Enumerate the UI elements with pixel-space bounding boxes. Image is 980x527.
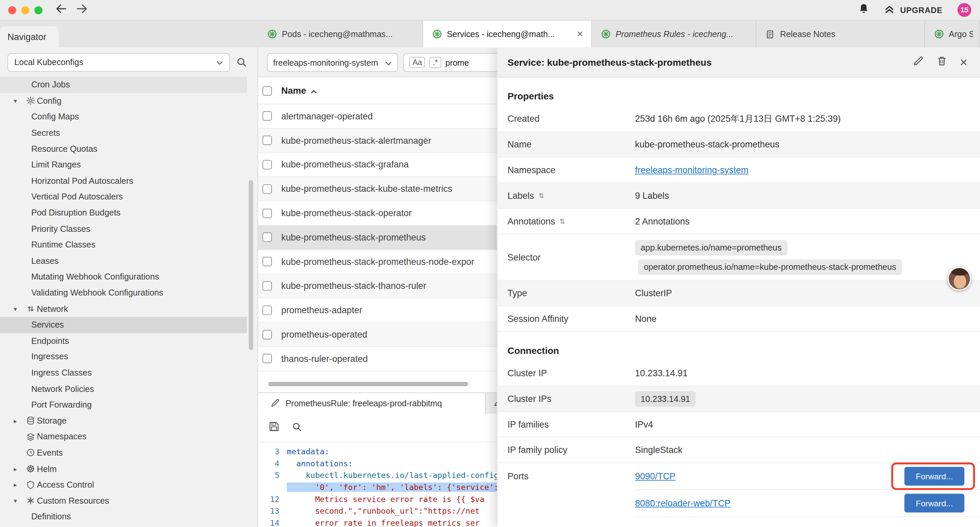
minimize-window-button[interactable]	[21, 6, 29, 14]
tree-item[interactable]: ▸ Helm	[0, 461, 247, 477]
tree-item-label: Port Forwarding	[31, 400, 92, 409]
editor-search-icon[interactable]	[292, 422, 302, 434]
tab[interactable]: Services - icecheng@math... ×	[423, 21, 592, 48]
drawer-body: Properties Created 253d 16h 6m ago (2025…	[497, 77, 980, 527]
forward-button[interactable]: Forward...	[904, 494, 964, 512]
row-checkbox[interactable]	[262, 209, 272, 218]
namespace-link[interactable]: freeleaps-monitoring-system	[635, 165, 749, 175]
chevron-icon[interactable]: ▾	[14, 497, 24, 504]
tree-item[interactable]: ▸ Storage	[0, 413, 247, 429]
tree-item[interactable]: Events	[0, 444, 247, 461]
tree-item-label: Events	[37, 448, 63, 457]
row-checkbox[interactable]	[262, 257, 272, 266]
row-checkbox[interactable]	[262, 330, 272, 339]
row-checkbox[interactable]	[262, 184, 272, 193]
user-avatar[interactable]	[948, 267, 971, 291]
chevron-icon[interactable]: ▸	[14, 465, 24, 472]
forward-icon[interactable]	[76, 4, 88, 16]
port-link[interactable]: 8080:reloader-web/TCP	[635, 498, 730, 508]
properties-heading: Properties	[497, 77, 980, 106]
tree-item[interactable]: Resource Quotas	[0, 141, 247, 157]
row-session-affinity: Session Affinity None	[497, 306, 980, 332]
tree-item[interactable]: Priority Classes	[0, 221, 247, 237]
chevron-icon[interactable]: ▸	[14, 481, 24, 488]
tree-item[interactable]: Horizontal Pod Autoscalers	[0, 173, 247, 189]
tree-item[interactable]: Pod Disruption Budgets	[0, 205, 247, 221]
tree-item[interactable]: ▾ Network	[0, 301, 247, 317]
row-checkbox[interactable]	[262, 160, 272, 169]
tree-item[interactable]: Config Maps	[0, 109, 247, 125]
row-ports: Ports 9090/TCP Forward... 8080:reloader	[497, 463, 980, 517]
tab[interactable]: Release Notes	[756, 21, 925, 48]
tree-item[interactable]: Services	[0, 317, 247, 333]
code-text: '0', 'for': 'hm', 'labels': {'service': …	[287, 482, 508, 492]
notifications-bell-icon[interactable]	[859, 3, 869, 17]
tab[interactable]: Argo S...	[925, 21, 980, 48]
chevron-icon[interactable]: ▾	[14, 306, 24, 312]
tree-item-label: Cron Jobs	[31, 80, 70, 89]
tree-item[interactable]: Vertical Pod Autoscalers	[0, 189, 247, 205]
upgrade-label: UPGRADE	[900, 5, 943, 15]
delete-icon[interactable]	[937, 56, 947, 69]
upgrade-button[interactable]: UPGRADE	[884, 4, 943, 16]
dock-tab-active[interactable]: PrometheusRule: freeleaps-prod-rabbitmq	[258, 393, 486, 414]
tab-close-icon[interactable]: ×	[575, 28, 585, 40]
tree-item-label: Network	[37, 304, 68, 314]
row-checkbox[interactable]	[262, 281, 272, 291]
search-input[interactable]	[445, 58, 502, 67]
close-icon[interactable]: ×	[960, 56, 968, 69]
app-window: UPGRADE 15 Navigator Pods - icecheng@mat…	[0, 0, 980, 527]
tab[interactable]: Prometheus Rules - icecheng...	[592, 21, 756, 48]
tree-item[interactable]: Limit Ranges	[0, 157, 247, 173]
namespace-dropdown[interactable]: freeleaps-monitoring-system	[267, 53, 398, 72]
tree-item[interactable]: Namespaces	[0, 428, 247, 444]
row-checkbox[interactable]	[262, 233, 272, 242]
row-label: Selector	[497, 252, 635, 262]
port-link[interactable]: 9090/TCP	[635, 471, 675, 481]
kubeconfig-dropdown[interactable]: Local Kubeconfigs	[7, 53, 230, 72]
tree-item[interactable]: Cron Jobs	[0, 77, 247, 93]
expand-collapse-icon[interactable]: ⇅	[538, 191, 544, 199]
tree-item[interactable]: Port Forwarding	[0, 397, 247, 413]
chevron-icon[interactable]: ▸	[14, 417, 24, 424]
tree-item[interactable]: Definitions	[0, 509, 247, 525]
close-window-button[interactable]	[8, 6, 16, 14]
tab[interactable]: Pods - icecheng@mathmas...	[258, 21, 423, 48]
tree-item[interactable]: ▾ Config	[0, 93, 247, 109]
row-checkbox[interactable]	[262, 111, 272, 121]
tree-item-label: Resource Quotas	[31, 144, 97, 153]
tree-item[interactable]: ▾ Custom Resources	[0, 493, 247, 509]
tree-item[interactable]: ▸ Access Control	[0, 477, 247, 493]
select-all-checkbox[interactable]	[262, 86, 272, 96]
regex-toggle[interactable]: .*	[430, 57, 441, 68]
sidebar-search-icon[interactable]	[236, 57, 247, 68]
tree-item[interactable]: Mutating Webhook Configurations	[0, 269, 247, 285]
tree-item[interactable]: Leases	[0, 253, 247, 269]
tree-item[interactable]: Ingress Classes	[0, 365, 247, 381]
name-column-header[interactable]: Name	[281, 86, 317, 96]
sidebar-scrollbar[interactable]	[249, 180, 253, 350]
notification-count-badge[interactable]: 15	[958, 3, 971, 17]
chevron-icon[interactable]: ▾	[14, 97, 24, 104]
tree-item[interactable]: Ingresses	[0, 349, 247, 365]
tree-item[interactable]: Validating Webhook Configurations	[0, 285, 247, 301]
tree-item-label: Limit Ranges	[31, 160, 81, 169]
expand-collapse-icon[interactable]: ⇅	[559, 217, 565, 225]
navigator-sidebar: Local Kubeconfigs Cron Jobs ▾	[0, 47, 258, 527]
tree-item[interactable]: Runtime Classes	[0, 237, 247, 253]
row-checkbox[interactable]	[262, 136, 272, 145]
row-value: IPv4	[635, 419, 980, 429]
tree-item[interactable]: Secrets	[0, 125, 247, 141]
storage-icon	[24, 416, 37, 425]
row-checkbox[interactable]	[262, 354, 272, 363]
row-checkbox[interactable]	[262, 306, 272, 315]
edit-icon[interactable]	[913, 56, 924, 69]
save-icon[interactable]	[269, 421, 280, 434]
match-case-toggle[interactable]: Aa	[409, 57, 425, 68]
back-icon[interactable]	[55, 4, 67, 16]
tree-item[interactable]: Network Policies	[0, 381, 247, 397]
window-controls	[8, 6, 42, 14]
maximize-window-button[interactable]	[34, 6, 42, 14]
forward-button[interactable]: Forward...	[904, 467, 964, 486]
tree-item[interactable]: Endpoints	[0, 333, 247, 349]
